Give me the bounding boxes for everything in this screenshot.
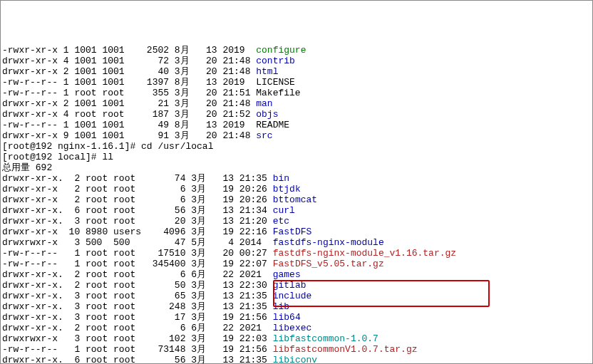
terminal-output: -rwxr-xr-x 1 1001 1001 2502 8月 13 2019 c… xyxy=(2,45,591,364)
